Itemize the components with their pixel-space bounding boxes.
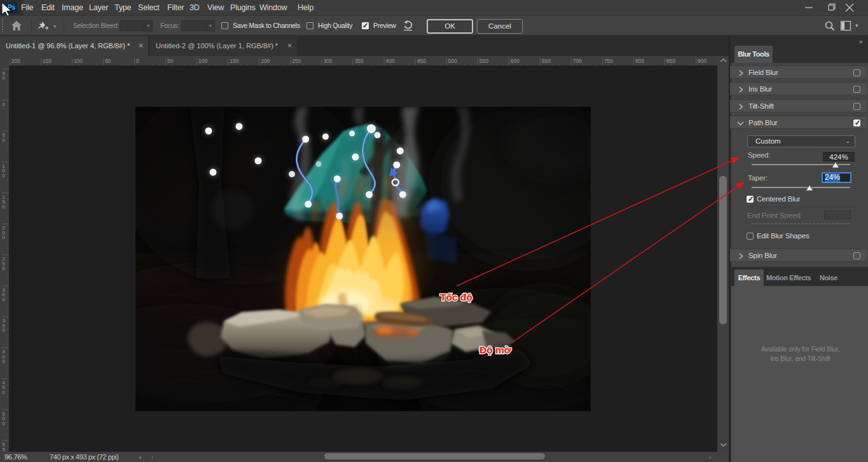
- svg-text:0: 0: [3, 102, 6, 107]
- svg-text:0: 0: [3, 297, 6, 302]
- svg-text:800: 800: [635, 58, 644, 64]
- svg-text:450: 450: [417, 58, 426, 64]
- svg-text:150: 150: [230, 58, 238, 64]
- svg-text:0: 0: [3, 204, 6, 210]
- svg-text:200: 200: [11, 58, 20, 64]
- svg-text:350: 350: [354, 58, 363, 64]
- svg-text:0: 0: [3, 173, 6, 179]
- svg-text:150: 150: [43, 58, 52, 64]
- svg-text:0: 0: [3, 266, 6, 271]
- svg-text:850: 850: [666, 58, 675, 64]
- svg-text:0: 0: [3, 358, 6, 364]
- svg-text:50: 50: [105, 58, 111, 64]
- svg-text:700: 700: [573, 58, 582, 64]
- svg-text:100: 100: [74, 58, 83, 64]
- svg-text:0: 0: [3, 137, 6, 143]
- svg-text:0: 0: [3, 421, 6, 426]
- svg-text:0: 0: [3, 327, 6, 333]
- svg-text:0: 0: [3, 390, 6, 395]
- svg-text:250: 250: [292, 58, 301, 64]
- svg-text:500: 500: [448, 58, 457, 64]
- svg-text:0: 0: [136, 58, 139, 64]
- svg-text:300: 300: [323, 58, 332, 64]
- svg-text:550: 550: [479, 58, 488, 64]
- svg-text:0: 0: [3, 234, 6, 240]
- svg-text:50: 50: [167, 58, 174, 64]
- svg-text:Độ mờ: Độ mờ: [479, 344, 512, 355]
- svg-text:200: 200: [261, 58, 270, 64]
- svg-text:600: 600: [511, 58, 520, 64]
- svg-text:900: 900: [698, 58, 706, 64]
- svg-text:400: 400: [386, 58, 395, 64]
- svg-text:0: 0: [3, 75, 6, 81]
- svg-text:Tốc độ: Tốc độ: [440, 292, 472, 302]
- svg-text:650: 650: [542, 58, 551, 64]
- svg-text:100: 100: [198, 58, 207, 64]
- svg-text:750: 750: [604, 58, 613, 64]
